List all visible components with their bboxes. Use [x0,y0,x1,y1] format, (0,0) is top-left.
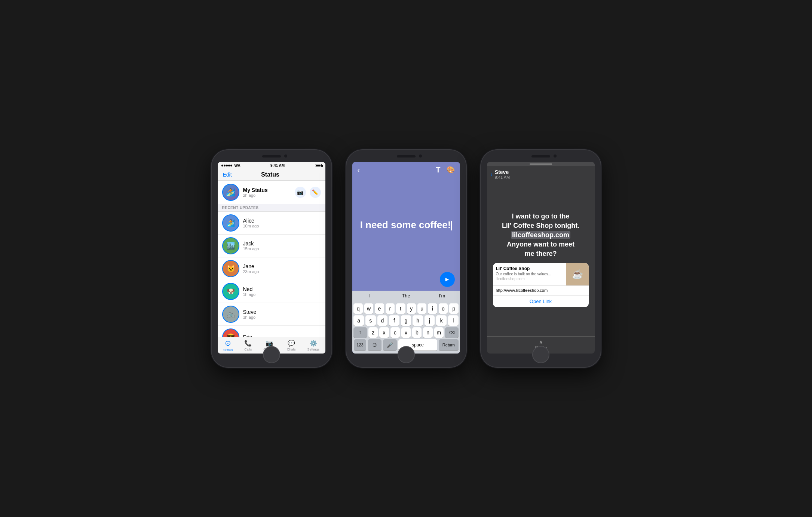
screen-2: ‹ T 🎨 I need some coffee! ► I The I'm [352,162,460,354]
link-preview-thumb: ☕ [566,263,589,285]
contact-item-alice[interactable]: 🏄 Alice 10m ago [218,212,325,235]
status-bar-left: WA [221,163,240,168]
key-y[interactable]: y [407,303,416,314]
nav-bar: Edit Status [218,169,325,181]
chats-tab-icon: 💬 [288,340,295,347]
key-d[interactable]: d [377,315,388,326]
contact-info-jack: Jack 15m ago [243,241,321,251]
tab-calls[interactable]: 📞 Calls [244,340,252,351]
edit-button[interactable]: Edit [223,172,232,178]
key-j[interactable]: j [425,315,435,326]
key-g[interactable]: g [401,315,411,326]
contact-item-ned[interactable]: 🐶 Ned 1h ago [218,280,325,303]
key-p[interactable]: p [449,303,458,314]
home-button[interactable] [263,346,280,363]
speaker-2 [397,155,416,157]
key-x[interactable]: x [379,327,389,338]
edit-action-btn[interactable]: ✏️ [310,187,321,198]
msg-back-button[interactable]: ‹ [491,171,493,178]
my-status-row[interactable]: 🏄 My Status 2h ago 📷 ✏️ [218,181,325,204]
key-numbers[interactable]: 123 [354,339,367,351]
carrier-label: WA [235,163,240,168]
key-c[interactable]: c [390,327,400,338]
send-button[interactable]: ► [440,272,455,287]
battery-fill [316,165,321,166]
suggestion-1[interactable]: I [352,291,388,301]
contact-info-alice: Alice 10m ago [243,218,321,228]
avatar-steve: 🚲 [222,306,239,323]
key-l[interactable]: l [448,315,459,326]
link-preview-card[interactable]: Lil' Coffee Shop Our coffee is built on … [493,263,589,307]
suggestion-2[interactable]: The [388,291,424,301]
compose-text-area: I need some coffee! [352,178,460,272]
key-z[interactable]: z [368,327,378,338]
contact-name-jane: Jane [243,263,321,269]
send-icon: ► [444,276,450,283]
key-f[interactable]: f [389,315,399,326]
key-i[interactable]: i [428,303,437,314]
screen-1: WA 9:41 AM Edit Status 🏄 My Status 2h [218,162,325,354]
key-t[interactable]: t [396,303,405,314]
calls-tab-label: Calls [244,348,252,351]
key-k[interactable]: k [436,315,447,326]
avatar-jack: 🏙️ [222,237,239,254]
tab-status[interactable]: ⊙ Status [223,339,233,352]
suggestion-3[interactable]: I'm [424,291,460,301]
key-s[interactable]: s [365,315,376,326]
camera-dot-2 [419,155,422,157]
key-a[interactable]: a [353,315,364,326]
contact-item-jane[interactable]: 🐱 Jane 23m ago [218,257,325,280]
key-return[interactable]: Return [439,339,458,351]
key-r[interactable]: r [386,303,395,314]
key-mic[interactable]: 🎤 [383,339,397,351]
key-n[interactable]: n [423,327,432,338]
camera-action-btn[interactable]: 📷 [295,187,306,198]
key-m[interactable]: m [434,327,444,338]
home-button-3[interactable] [532,346,549,363]
msg-content-area: I want to go to theLil' Coffee Shop toni… [487,183,595,336]
phone-2: ‹ T 🎨 I need some coffee! ► I The I'm [346,150,466,367]
text-icon[interactable]: T [436,166,440,174]
home-button-2[interactable] [398,346,415,363]
contact-item-jack[interactable]: 🏙️ Jack 15m ago [218,235,325,257]
link-highlight[interactable]: lilcoffeeshop.com [511,231,570,239]
key-u[interactable]: u [417,303,426,314]
phone-3: ‹ Steve 9:41 AM I want to go to theLil' … [481,150,601,367]
dot-4 [228,165,230,166]
my-avatar: 🏄 [222,184,239,201]
key-emoji[interactable]: ☺ [368,339,382,351]
key-backspace[interactable]: ⌫ [445,327,458,338]
contact-time-steve: 3h ago [243,315,321,319]
palette-icon[interactable]: 🎨 [447,166,455,174]
status-bar: WA 9:41 AM [218,162,325,169]
key-shift[interactable]: ⇧ [353,327,367,338]
contact-info-jane: Jane 23m ago [243,263,321,274]
dot-3 [226,165,228,166]
key-v[interactable]: v [401,327,411,338]
link-preview-inner: Lil' Coffee Shop Our coffee is built on … [493,263,589,285]
link-preview-url-small: lilcoffeeshop.com [496,277,563,281]
contact-item-steve[interactable]: 🚲 Steve 3h ago [218,303,325,326]
msg-contact-info: Steve 9:41 AM [495,169,510,180]
status-tab-label: Status [223,348,233,352]
dot-2 [224,165,226,166]
chevron-up-icon: ∧ [539,339,543,345]
compose-screen: ‹ T 🎨 I need some coffee! ► I The I'm [352,162,460,354]
key-o[interactable]: o [439,303,448,314]
tab-chats[interactable]: 💬 Chats [287,340,296,351]
tab-settings[interactable]: ⚙️ Settings [307,340,320,351]
key-h[interactable]: h [413,315,423,326]
key-b[interactable]: b [412,327,422,338]
key-w[interactable]: w [364,303,373,314]
contact-info-ned: Ned 1h ago [243,286,321,297]
camera-dot [284,155,287,157]
key-q[interactable]: q [353,303,362,314]
link-preview-text: Lil' Coffee Shop Our coffee is built on … [493,263,566,285]
back-button[interactable]: ‹ [358,166,360,174]
contact-name-ned: Ned [243,286,321,292]
avatar-ned: 🐶 [222,283,239,300]
key-e[interactable]: e [375,303,384,314]
open-link-button[interactable]: Open Link [493,295,589,307]
my-status-time: 2h ago [243,193,291,198]
compose-text-content[interactable]: I need some coffee! [360,219,451,230]
